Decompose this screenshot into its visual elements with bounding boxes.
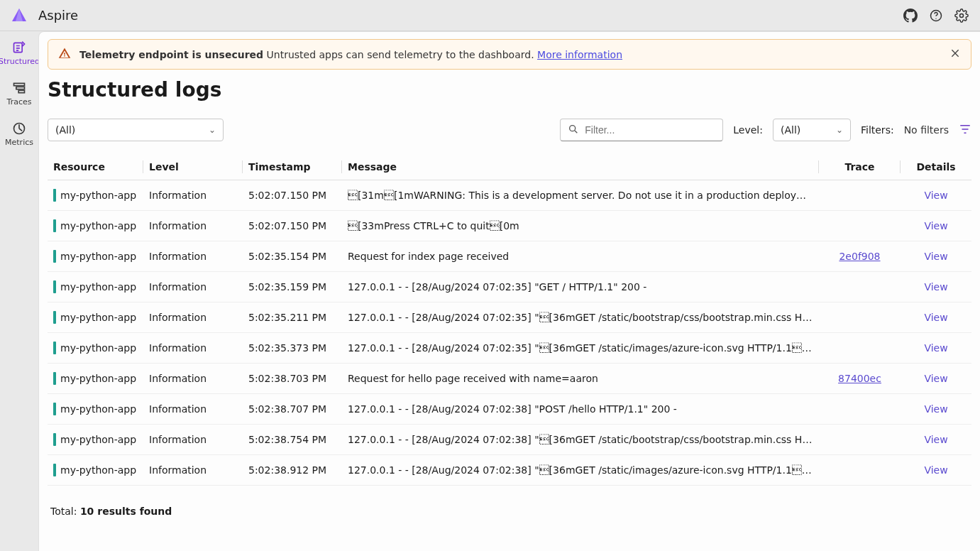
resource-accent <box>53 250 56 263</box>
timestamp-cell: 5:02:35.159 PM <box>243 272 342 302</box>
resource-name: my-python-app <box>60 464 136 476</box>
resource-accent <box>53 311 56 324</box>
resource-accent <box>53 464 56 476</box>
trace-cell <box>819 180 901 211</box>
resource-name: my-python-app <box>60 281 136 293</box>
view-link[interactable]: View <box>924 190 947 201</box>
resource-accent <box>53 433 56 446</box>
timestamp-cell: 5:02:38.707 PM <box>243 394 342 425</box>
help-icon[interactable] <box>927 7 945 24</box>
trace-cell <box>819 272 901 302</box>
table-row: my-python-appInformation5:02:38.912 PM12… <box>48 455 971 486</box>
filter-icon[interactable] <box>959 123 971 138</box>
main-content: Telemetry endpoint is unsecured Untruste… <box>38 31 980 551</box>
view-link[interactable]: View <box>924 464 947 476</box>
level-cell: Information <box>143 272 243 302</box>
level-cell: Information <box>143 333 243 364</box>
table-row: my-python-appInformation5:02:35.154 PMRe… <box>48 241 971 272</box>
warning-banner: Telemetry endpoint is unsecured Untruste… <box>48 39 971 70</box>
message-cell: Request for index page received <box>342 241 819 272</box>
trace-cell <box>819 455 901 486</box>
col-level[interactable]: Level <box>143 154 243 180</box>
filters-label: Filters: <box>861 124 894 136</box>
svg-point-10 <box>570 125 576 131</box>
gear-icon[interactable] <box>953 7 970 24</box>
resource-name: my-python-app <box>60 434 136 445</box>
resource-name: my-python-app <box>60 251 136 262</box>
resource-accent <box>53 219 56 232</box>
timestamp-cell: 5:02:35.373 PM <box>243 333 342 364</box>
banner-more-link[interactable]: More information <box>537 49 622 60</box>
svg-rect-7 <box>16 87 25 89</box>
warning-icon <box>58 47 71 62</box>
view-link[interactable]: View <box>924 312 947 323</box>
level-cell: Information <box>143 302 243 333</box>
svg-rect-8 <box>18 90 24 92</box>
search-icon <box>568 124 579 137</box>
close-icon[interactable] <box>949 48 961 61</box>
trace-link[interactable]: 2e0f908 <box>839 251 880 262</box>
chevron-down-icon: ⌄ <box>836 125 843 135</box>
sidebar-item-metrics[interactable]: Metrics <box>0 119 38 148</box>
resource-accent <box>53 189 56 202</box>
app-logo-icon <box>10 6 28 25</box>
resource-filter-value: (All) <box>55 124 75 136</box>
resource-name: my-python-app <box>60 312 136 323</box>
view-link[interactable]: View <box>924 403 947 415</box>
view-link[interactable]: View <box>924 342 947 354</box>
resource-name: my-python-app <box>60 342 136 354</box>
col-trace[interactable]: Trace <box>819 154 901 180</box>
trace-link[interactable]: 87400ec <box>838 373 881 384</box>
timestamp-cell: 5:02:35.154 PM <box>243 241 342 272</box>
banner-text: Telemetry endpoint is unsecured Untruste… <box>79 49 941 60</box>
timestamp-cell: 5:02:38.703 PM <box>243 364 342 394</box>
level-cell: Information <box>143 364 243 394</box>
table-row: my-python-appInformation5:02:38.703 PMRe… <box>48 364 971 394</box>
metrics-icon <box>11 121 27 136</box>
message-cell: 127.0.0.1 - - [28/Aug/2024 07:02:35] "GE… <box>342 272 819 302</box>
view-link[interactable]: View <box>924 434 947 445</box>
sidebar: Structured Traces Metrics <box>0 31 38 551</box>
level-cell: Information <box>143 241 243 272</box>
filters-value: No filters <box>904 124 949 136</box>
level-cell: Information <box>143 211 243 241</box>
message-cell: 127.0.0.1 - - [28/Aug/2024 07:02:35] "[… <box>342 333 819 364</box>
level-filter-dropdown[interactable]: (All) ⌄ <box>773 119 851 141</box>
app-title: Aspire <box>38 8 902 23</box>
view-link[interactable]: View <box>924 373 947 384</box>
resource-accent <box>53 342 56 354</box>
svg-point-3 <box>935 18 936 18</box>
timestamp-cell: 5:02:35.211 PM <box>243 302 342 333</box>
svg-rect-6 <box>14 83 25 85</box>
view-link[interactable]: View <box>924 251 947 262</box>
banner-rest: Untrusted apps can send telemetry to the… <box>263 49 537 60</box>
sidebar-item-traces[interactable]: Traces <box>0 79 38 108</box>
structured-logs-icon <box>11 40 27 55</box>
level-cell: Information <box>143 394 243 425</box>
col-timestamp[interactable]: Timestamp <box>243 154 342 180</box>
search-input[interactable] <box>560 119 723 141</box>
sidebar-item-label: Metrics <box>5 138 33 147</box>
timestamp-cell: 5:02:07.150 PM <box>243 180 342 211</box>
sidebar-item-structured[interactable]: Structured <box>0 38 38 67</box>
timestamp-cell: 5:02:38.754 PM <box>243 425 342 455</box>
table-row: my-python-appInformation5:02:07.150 PM[… <box>48 211 971 241</box>
chevron-down-icon: ⌄ <box>209 125 216 135</box>
svg-point-4 <box>960 13 964 17</box>
col-resource[interactable]: Resource <box>48 154 143 180</box>
trace-cell <box>819 211 901 241</box>
github-icon[interactable] <box>902 7 919 24</box>
search-field[interactable] <box>585 124 715 136</box>
logs-table: Resource Level Timestamp Message Trace D… <box>48 154 971 486</box>
table-row: my-python-appInformation5:02:35.159 PM12… <box>48 272 971 302</box>
message-cell: [33mPress CTRL+C to quit[0m <box>342 211 819 241</box>
resource-name: my-python-app <box>60 403 136 415</box>
view-link[interactable]: View <box>924 220 947 231</box>
view-link[interactable]: View <box>924 281 947 293</box>
resource-filter-dropdown[interactable]: (All) ⌄ <box>48 119 224 141</box>
sidebar-item-label: Structured <box>0 57 40 66</box>
resource-name: my-python-app <box>60 220 136 231</box>
table-row: my-python-appInformation5:02:07.150 PM[… <box>48 180 971 211</box>
col-details[interactable]: Details <box>901 154 971 180</box>
col-message[interactable]: Message <box>342 154 819 180</box>
